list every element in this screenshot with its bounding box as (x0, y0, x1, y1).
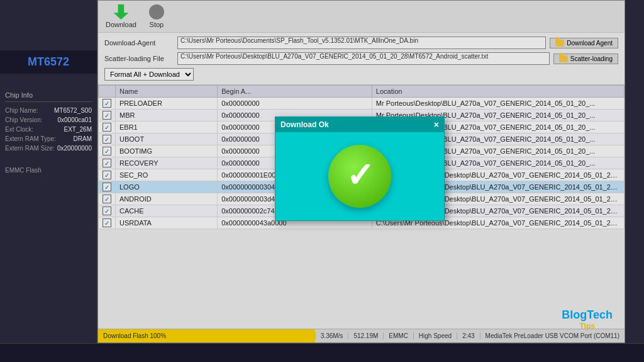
dialog-titlebar: Download Ok × (275, 117, 444, 132)
checkmark-icon: ✓ (346, 158, 374, 192)
dialog-content: ✓ (275, 132, 444, 220)
dialog-close-button[interactable]: × (434, 120, 439, 130)
dialog-overlay: Download Ok × ✓ (0, 0, 644, 362)
checkmark-circle: ✓ (328, 145, 391, 208)
download-ok-dialog: Download Ok × ✓ (275, 116, 445, 221)
dialog-title: Download Ok (280, 120, 329, 129)
